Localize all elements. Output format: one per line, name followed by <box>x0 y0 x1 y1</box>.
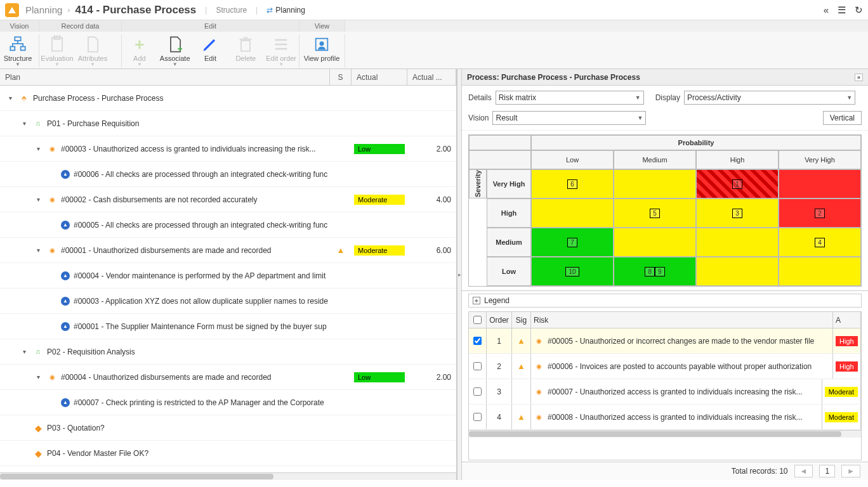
tree-row[interactable]: ▲#00003 - Application XYZ does not allow… <box>0 289 456 314</box>
matrix-cell[interactable]: 2 <box>779 198 861 228</box>
matrix-row-header: Medium <box>487 228 531 257</box>
delete-button: Delete <box>228 34 263 67</box>
risk-row[interactable]: 3 ◉#00007 - Unauthorized access is grant… <box>469 379 861 405</box>
expand-icon[interactable]: » <box>855 74 863 81</box>
matrix-cell[interactable]: 3 <box>696 198 779 228</box>
matrix-col-header: Very High <box>779 150 861 169</box>
tree-caret-icon[interactable]: ▾ <box>23 348 29 355</box>
vision-select[interactable]: Result▼ <box>492 111 646 125</box>
matrix-cell[interactable]: 7 <box>531 228 614 257</box>
col-actual2[interactable]: Actual ... <box>407 69 456 85</box>
display-label: Display <box>655 93 680 102</box>
tree-row[interactable]: ▾◉#00001 - Unauthorized disbursements ar… <box>0 238 456 263</box>
tree-row[interactable]: ▾⬘Purchase Process - Purchase Process <box>0 86 456 111</box>
ribbon-tab-view: View <box>299 20 345 32</box>
status-badge: Low <box>354 372 405 382</box>
select-all-checkbox[interactable] <box>473 316 482 324</box>
tree-row[interactable]: ▾◉#00003 - Unauthorized access is grante… <box>0 136 456 162</box>
list-icon[interactable]: ☰ <box>838 4 846 16</box>
matrix-cell[interactable] <box>614 228 696 257</box>
tree-row[interactable]: ▾⎍P01 - Purchase Requisition <box>0 111 456 136</box>
matrix-cell[interactable] <box>696 228 779 257</box>
edit-button[interactable]: Edit <box>193 34 228 67</box>
matrix-cell[interactable]: 5 <box>614 198 696 228</box>
associate-button[interactable]: + Associate ▼ <box>157 34 193 67</box>
collapse-icon[interactable]: « <box>824 4 829 16</box>
refresh-icon[interactable]: ↻ <box>855 4 863 16</box>
header-tab-planning[interactable]: ⇄ Planning <box>266 6 305 15</box>
matrix-cell[interactable] <box>614 169 696 198</box>
tree-row[interactable]: ▾◉#00002 - Cash disbursements are not re… <box>0 187 456 212</box>
matrix-cell[interactable]: 1 <box>696 169 779 198</box>
tree-caret-icon[interactable]: ▾ <box>9 94 15 101</box>
matrix-cell[interactable]: 10 <box>531 257 614 286</box>
matrix-row-header: High <box>487 198 531 228</box>
risk-table: Order Sig Risk A 1 ▲ ◉#00005 - Unauthori… <box>468 311 862 460</box>
tree-row[interactable]: ◆P03 - Quotation? <box>0 415 456 441</box>
display-select[interactable]: Process/Activity▼ <box>684 91 855 105</box>
tree-row[interactable]: ▲#00001 - The Supplier Maintenance Form … <box>0 314 456 339</box>
col-checkbox[interactable] <box>469 312 487 328</box>
matrix-cell[interactable]: 4 <box>779 228 861 257</box>
chevron-down-icon: ▼ <box>635 94 641 101</box>
tree-caret-icon[interactable]: ▾ <box>23 120 29 127</box>
risk-row[interactable]: 1 ▲ ◉#00005 - Unauthorized or incorrect … <box>469 328 861 354</box>
col-sig[interactable]: Sig <box>512 312 531 328</box>
structure-button[interactable]: Structure ▼ <box>0 34 36 67</box>
row-checkbox[interactable] <box>473 387 482 396</box>
matrix-cell[interactable]: 6 <box>531 169 614 198</box>
tree-caret-icon[interactable]: ▾ <box>37 145 43 152</box>
tree-row[interactable]: ▲#00007 - Check printing is restricted t… <box>0 390 456 415</box>
risk-text: #00007 - Unauthorized access is granted … <box>548 387 803 396</box>
tree-caret-icon[interactable]: ▾ <box>37 373 43 380</box>
risk-row[interactable]: 2 ▲ ◉#00006 - Invoices are posted to acc… <box>469 354 861 379</box>
details-select[interactable]: Risk matrix▼ <box>496 91 644 105</box>
horizontal-scrollbar[interactable] <box>0 472 456 480</box>
col-order[interactable]: Order <box>487 312 512 328</box>
matrix-cell[interactable] <box>779 257 861 286</box>
tree-label: #00005 - All checks are processed throug… <box>74 221 327 230</box>
warning-icon: ▲ <box>517 361 525 371</box>
matrix-cell[interactable] <box>696 257 779 286</box>
view-profile-button[interactable]: View profile <box>299 34 344 67</box>
svg-point-7 <box>320 41 324 46</box>
risk-row[interactable]: 4 ▲ ◉#00008 - Unauthorized access is gra… <box>469 405 861 430</box>
prev-page-button[interactable]: ◄ <box>794 465 813 477</box>
page-number[interactable]: 1 <box>819 465 835 477</box>
status-badge: Moderat <box>825 387 858 397</box>
breadcrumb-module[interactable]: Planning <box>25 4 62 15</box>
legend-toggle[interactable]: + Legend <box>468 294 862 308</box>
row-checkbox[interactable] <box>473 362 482 370</box>
tree-row[interactable]: ▲#00006 - All checks are processed throu… <box>0 162 456 187</box>
splitter[interactable]: ▸ <box>457 69 462 480</box>
horizontal-scrollbar[interactable] <box>469 430 861 438</box>
tree-caret-icon[interactable]: ▾ <box>37 247 43 254</box>
next-page-button[interactable]: ► <box>841 465 860 477</box>
ribbon: Vision Record data Edit View Structure ▼… <box>0 20 868 69</box>
tree-row[interactable]: ▾⎍P02 - Requisition Analysis <box>0 339 456 365</box>
header-tab-structure[interactable]: Structure <box>216 6 247 15</box>
vertical-button[interactable]: Vertical <box>823 111 862 125</box>
tree-row[interactable]: ▲#00004 - Vendor maintenance is performe… <box>0 263 456 289</box>
tree-label: P01 - Purchase Requisition <box>47 119 139 128</box>
tree-row[interactable]: ◆P04 - Vendor Master File OK? <box>0 441 456 466</box>
col-a[interactable]: A <box>833 312 861 328</box>
ribbon-tab-vision: Vision <box>0 20 39 32</box>
evaluation-button: Evaluation ▼ <box>39 34 75 67</box>
row-order: 2 <box>487 354 512 379</box>
col-s[interactable]: S <box>330 69 352 85</box>
col-plan[interactable]: Plan <box>0 69 330 85</box>
svg-rect-1 <box>10 47 15 51</box>
matrix-cell[interactable]: 8 9 <box>614 257 696 286</box>
col-risk[interactable]: Risk <box>531 312 833 328</box>
matrix-cell[interactable] <box>531 198 614 228</box>
matrix-cell[interactable] <box>779 169 861 198</box>
tree-row[interactable]: ▾◉#00004 - Unauthorized disbursements ar… <box>0 365 456 390</box>
page-title: 414 - Purchase Process <box>75 4 196 16</box>
row-checkbox[interactable] <box>473 413 482 421</box>
tree-row[interactable]: ▲#00005 - All checks are processed throu… <box>0 212 456 238</box>
col-actual[interactable]: Actual <box>352 69 407 85</box>
tree-caret-icon[interactable]: ▾ <box>37 196 43 203</box>
row-checkbox[interactable] <box>473 337 482 345</box>
risk-icon: ◉ <box>534 336 544 346</box>
